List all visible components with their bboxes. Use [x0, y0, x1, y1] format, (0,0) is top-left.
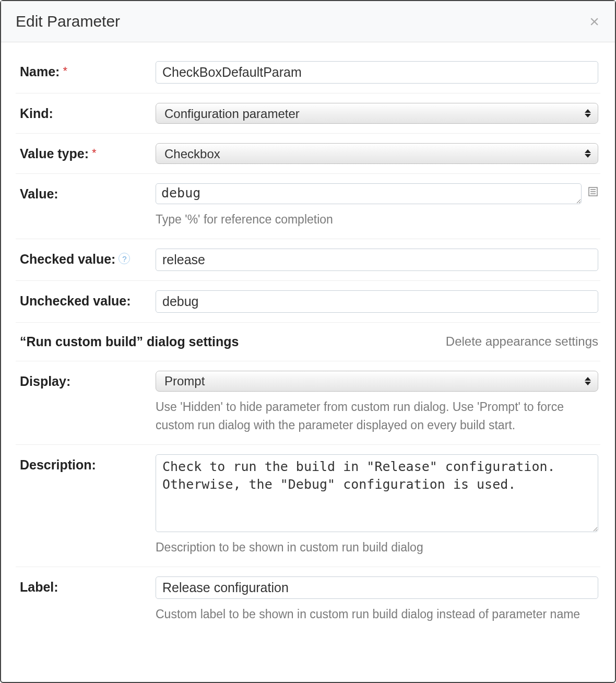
- field-row-unchecked-value: Unchecked value:: [16, 281, 600, 323]
- name-label-text: Name:: [20, 64, 60, 79]
- section-run-custom-build: “Run custom build” dialog settings Delet…: [16, 323, 600, 361]
- dialog-body: Name: * Kind: Configuration parameter: [1, 42, 615, 633]
- description-input[interactable]: [156, 454, 598, 532]
- expand-editor-icon[interactable]: [588, 186, 598, 197]
- checked-value-label: Checked value: ?: [20, 249, 156, 267]
- dialog-title: Edit Parameter: [16, 13, 120, 30]
- field-row-description: Description: Description to be shown in …: [16, 445, 600, 567]
- value-input[interactable]: [156, 183, 582, 204]
- name-input[interactable]: [156, 61, 598, 84]
- delete-appearance-settings-link[interactable]: Delete appearance settings: [446, 334, 598, 349]
- description-hint: Description to be shown in custom run bu…: [156, 538, 598, 557]
- kind-label: Kind:: [20, 103, 156, 121]
- display-select[interactable]: Prompt: [156, 371, 598, 392]
- field-row-display: Display: Prompt Use 'Hidden' to hide par…: [16, 361, 600, 445]
- description-label: Description:: [20, 454, 156, 473]
- label-input[interactable]: [156, 576, 598, 599]
- checked-value-input[interactable]: [156, 249, 598, 271]
- kind-select[interactable]: Configuration parameter: [156, 103, 598, 124]
- value-type-label: Value type: *: [20, 143, 156, 161]
- value-hint: Type '%' for reference completion: [156, 210, 598, 229]
- close-icon[interactable]: ×: [587, 13, 601, 30]
- field-row-value: Value: Type '%' for reference completion: [16, 174, 600, 239]
- display-hint: Use 'Hidden' to hide parameter from cust…: [156, 398, 598, 435]
- value-label: Value:: [20, 183, 156, 202]
- field-row-value-type: Value type: * Checkbox: [16, 134, 600, 174]
- section-title: “Run custom build” dialog settings: [20, 334, 239, 349]
- value-type-label-text: Value type:: [20, 146, 89, 161]
- field-row-checked-value: Checked value: ?: [16, 239, 600, 281]
- name-label: Name: *: [20, 61, 156, 79]
- display-label: Display:: [20, 371, 156, 389]
- unchecked-value-input[interactable]: [156, 290, 598, 313]
- required-asterisk-icon: *: [63, 64, 67, 78]
- checked-value-label-text: Checked value:: [20, 252, 115, 267]
- edit-parameter-dialog: Edit Parameter × Name: * Kind: Configura…: [0, 0, 616, 683]
- value-type-select[interactable]: Checkbox: [156, 143, 598, 164]
- required-asterisk-icon: *: [92, 146, 97, 160]
- unchecked-value-label: Unchecked value:: [20, 290, 156, 309]
- label-hint: Custom label to be shown in custom run b…: [156, 605, 598, 624]
- dialog-header: Edit Parameter ×: [1, 1, 615, 42]
- field-row-kind: Kind: Configuration parameter: [16, 93, 600, 134]
- field-row-label: Label: Custom label to be shown in custo…: [16, 567, 600, 633]
- field-row-name: Name: *: [16, 52, 600, 93]
- help-icon[interactable]: ?: [119, 253, 130, 264]
- label-label: Label:: [20, 576, 156, 595]
